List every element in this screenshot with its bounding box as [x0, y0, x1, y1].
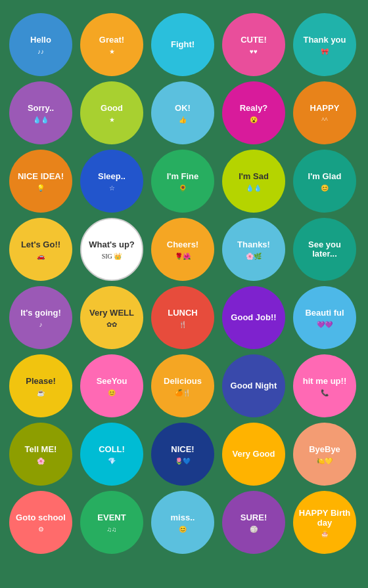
- sticker-label-10: HAPPY: [308, 102, 342, 114]
- sticker-label-26: Please!: [23, 375, 58, 387]
- sticker-label-1: Hello: [28, 34, 54, 46]
- sticker-19[interactable]: Thanks!🌸🌿: [222, 218, 285, 281]
- sticker-label-25: Beauti ful: [302, 307, 346, 319]
- sticker-29[interactable]: Good Night: [222, 354, 285, 417]
- sticker-label-2: Great!: [97, 34, 127, 46]
- sticker-12[interactable]: Sleep..☆: [80, 150, 143, 213]
- sticker-label-31: Tell ME!: [22, 444, 60, 455]
- sticker-label-39: SURE!: [238, 512, 269, 524]
- sticker-26[interactable]: Please!☕: [9, 354, 72, 417]
- sticker-33[interactable]: NICE!🌷💙: [151, 423, 214, 486]
- sticker-6[interactable]: Sorry..💧💧: [9, 81, 72, 144]
- sticker-35[interactable]: ByeBye🍋💛: [293, 423, 356, 486]
- sticker-13[interactable]: I'm Fine🌻: [151, 150, 214, 213]
- sticker-sub-4: ♥♥: [250, 48, 258, 55]
- sticker-sub-11: 💡: [37, 184, 45, 192]
- sticker-34[interactable]: Very Good: [222, 423, 285, 486]
- sticker-17[interactable]: What's up?SIG 👑: [80, 218, 143, 281]
- sticker-37[interactable]: EVENT♫♫: [80, 491, 143, 554]
- sticker-label-33: NICE!: [168, 444, 196, 455]
- sticker-11[interactable]: NICE IDEA!💡: [9, 150, 72, 213]
- sticker-label-15: I'm Glad: [306, 171, 344, 182]
- sticker-label-6: Sorry..: [25, 102, 57, 114]
- sticker-sub-37: ♫♫: [107, 526, 117, 533]
- sticker-sub-1: ♪♪: [37, 48, 44, 55]
- sticker-7[interactable]: Good★: [80, 81, 143, 144]
- sticker-sub-19: 🌸🌿: [246, 253, 262, 260]
- sticker-label-23: LUNCH: [165, 307, 200, 319]
- sticker-20[interactable]: See you later...: [293, 218, 356, 281]
- sticker-label-17: What's up?: [86, 239, 137, 251]
- sticker-sub-31: 🌸: [37, 457, 45, 465]
- sticker-sub-32: 💎: [108, 457, 116, 465]
- sticker-label-27: SeeYou: [94, 375, 130, 387]
- sticker-23[interactable]: LUNCH🍴: [151, 286, 214, 349]
- sticker-30[interactable]: hit me up!!📞: [293, 354, 356, 417]
- sticker-39[interactable]: SURE!🏐: [222, 491, 285, 554]
- sticker-38[interactable]: miss..😊: [151, 491, 214, 554]
- sticker-label-13: I'm Fine: [164, 171, 202, 182]
- sticker-label-30: hit me up!!: [300, 375, 349, 387]
- sticker-label-38: miss..: [168, 512, 198, 524]
- sticker-sub-5: 🎀: [321, 48, 329, 55]
- sticker-label-36: Goto school: [13, 512, 68, 524]
- sticker-sub-23: 🍴: [179, 321, 187, 328]
- sticker-4[interactable]: CUTE!♥♥: [222, 13, 285, 76]
- sticker-sub-2: ★: [109, 48, 115, 55]
- sticker-15[interactable]: I'm Glad😊: [293, 150, 356, 213]
- sticker-32[interactable]: COLL!💎: [80, 423, 143, 486]
- sticker-label-4: CUTE!: [238, 34, 269, 46]
- sticker-sub-25: 💜💜: [317, 321, 333, 328]
- sticker-sub-7: ★: [109, 116, 115, 123]
- sticker-label-18: Cheers!: [164, 239, 201, 251]
- sticker-sub-9: 😮: [250, 116, 258, 123]
- sticker-40[interactable]: HAPPY Birth day🎂: [293, 491, 356, 554]
- sticker-21[interactable]: It's going!♪: [9, 286, 72, 349]
- sticker-sub-27: 😊: [108, 389, 116, 396]
- sticker-label-3: Fight!: [168, 39, 197, 51]
- sticker-label-19: Thanks!: [235, 239, 273, 251]
- sticker-label-21: It's going!: [18, 307, 64, 319]
- sticker-label-20: See you later...: [293, 239, 356, 261]
- sticker-label-37: EVENT: [95, 512, 128, 524]
- sticker-sub-13: 🌻: [179, 184, 187, 192]
- sticker-9[interactable]: Realy?😮: [222, 81, 285, 144]
- sticker-10[interactable]: HAPPY^^: [293, 81, 356, 144]
- sticker-14[interactable]: I'm Sad💧💧: [222, 150, 285, 213]
- sticker-36[interactable]: Goto school⚙: [9, 491, 72, 554]
- sticker-2[interactable]: Great!★: [80, 13, 143, 76]
- sticker-label-24: Good Job!!: [228, 312, 279, 324]
- sticker-24[interactable]: Good Job!!: [222, 286, 285, 349]
- sticker-sub-17: SIG 👑: [102, 253, 122, 260]
- sticker-8[interactable]: OK!👍: [151, 81, 214, 144]
- sticker-grid: Hello♪♪Great!★Fight!CUTE!♥♥Thank you🎀Sor…: [3, 7, 365, 560]
- sticker-sub-6: 💧💧: [33, 116, 49, 123]
- sticker-sub-40: 🎂: [321, 530, 329, 537]
- sticker-5[interactable]: Thank you🎀: [293, 13, 356, 76]
- sticker-25[interactable]: Beauti ful💜💜: [293, 286, 356, 349]
- sticker-label-34: Very Good: [229, 448, 277, 460]
- sticker-16[interactable]: Let's Go!!🚗: [9, 218, 72, 281]
- sticker-1[interactable]: Hello♪♪: [9, 13, 72, 76]
- sticker-label-12: Sleep..: [95, 171, 128, 182]
- sticker-31[interactable]: Tell ME!🌸: [9, 423, 72, 486]
- sticker-sub-39: 🏐: [250, 526, 258, 533]
- sticker-sub-28: 🍊🍴: [175, 389, 191, 396]
- sticker-3[interactable]: Fight!: [151, 13, 214, 76]
- sticker-22[interactable]: Very WELL✿✿: [80, 286, 143, 349]
- sticker-label-28: Delicious: [161, 375, 204, 387]
- sticker-label-29: Good Night: [228, 380, 280, 392]
- sticker-label-32: COLL!: [96, 444, 127, 455]
- sticker-label-16: Let's Go!!: [18, 239, 63, 251]
- sticker-label-35: ByeBye: [306, 444, 343, 455]
- sticker-18[interactable]: Cheers!🌹🌺: [151, 218, 214, 281]
- sticker-label-22: Very WELL: [87, 307, 137, 319]
- sticker-sub-10: ^^: [321, 116, 327, 123]
- sticker-label-11: NICE IDEA!: [15, 171, 66, 182]
- sticker-28[interactable]: Delicious🍊🍴: [151, 354, 214, 417]
- sticker-27[interactable]: SeeYou😊: [80, 354, 143, 417]
- sticker-sub-12: ☆: [109, 184, 115, 192]
- sticker-sub-22: ✿✿: [106, 321, 117, 328]
- sticker-sub-18: 🌹🌺: [175, 253, 191, 260]
- sticker-sub-14: 💧💧: [246, 184, 262, 192]
